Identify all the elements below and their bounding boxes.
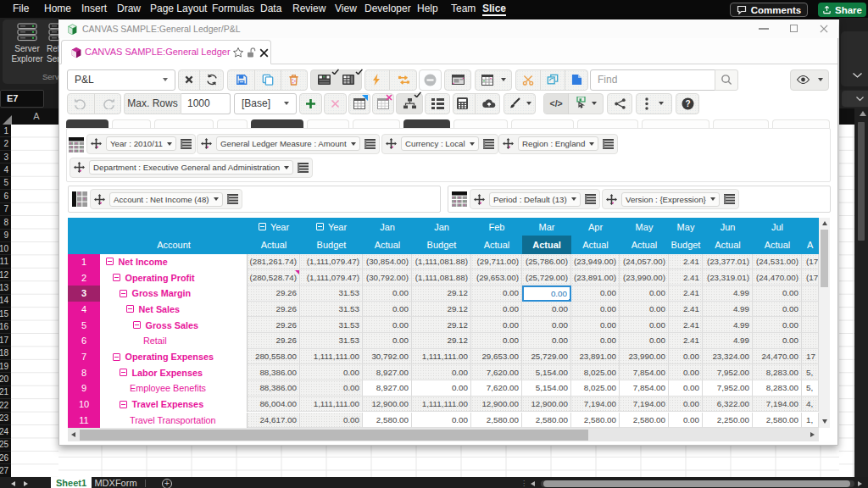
svg-text:?: ?	[685, 99, 690, 108]
